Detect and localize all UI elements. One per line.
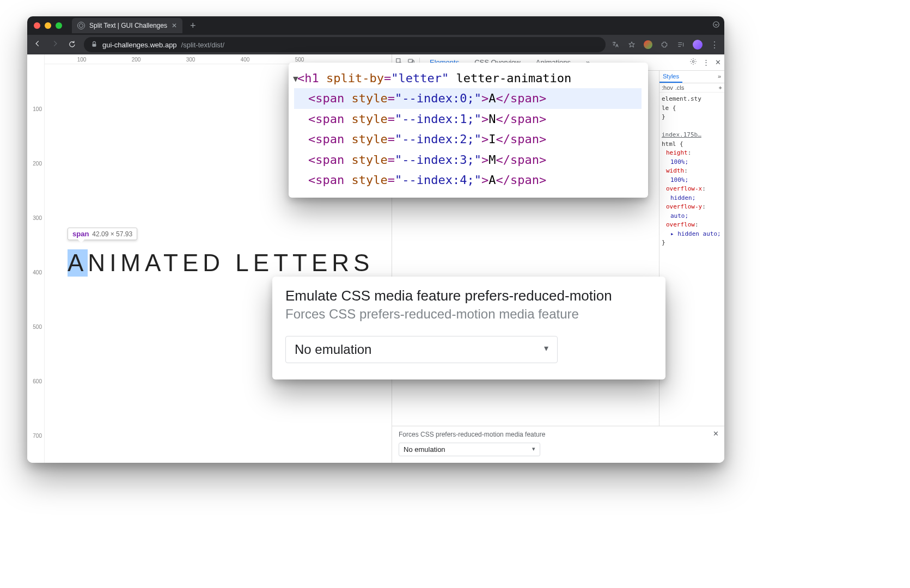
element-tooltip: span 42.09 × 57.93 — [68, 228, 137, 240]
dom-row[interactable]: <span style="--index:0;">A</span> — [294, 88, 642, 108]
styles-tab[interactable]: Styles — [659, 71, 682, 83]
dom-row[interactable]: ▼<h1 split-by="letter" letter-animation — [294, 68, 642, 88]
css-declaration[interactable]: overflow:▸ hidden auto; — [662, 220, 722, 238]
ruler-mark: 200 — [132, 57, 141, 63]
devtools-menu-icon[interactable]: ⋮ — [703, 58, 710, 66]
overlay-select[interactable]: No emulation — [285, 336, 558, 363]
reading-list-icon[interactable] — [676, 40, 685, 49]
url-path: /split-text/dist/ — [181, 41, 224, 49]
ruler-mark: 500 — [295, 57, 304, 63]
new-rule-button[interactable]: + — [719, 84, 722, 91]
toolbar-right: ⋮ — [611, 40, 720, 50]
tooltip-dimensions: 42.09 × 57.93 — [92, 230, 132, 238]
lock-icon — [90, 40, 98, 50]
ruler-mark: 500 — [33, 324, 42, 330]
new-tab-button[interactable]: + — [187, 20, 199, 32]
dom-row[interactable]: <span style="--index:3;">M</span> — [294, 150, 642, 170]
stylesheet-link[interactable]: index.175b… — [662, 131, 701, 138]
ruler-mark: 700 — [33, 433, 42, 439]
tab-bar: Split Text | GUI Challenges ✕ + — [27, 16, 724, 35]
ruler-mark: 600 — [33, 378, 42, 384]
dom-zoom-overlay: ▼<h1 split-by="letter" letter-animation<… — [289, 63, 648, 198]
chevron-down-icon[interactable] — [712, 21, 720, 30]
ruler-mark: 400 — [241, 57, 250, 63]
css-declaration[interactable]: width:100%; — [662, 167, 722, 185]
rendering-drawer: ✕ Forces CSS prefers-reduced-motion medi… — [392, 426, 724, 463]
back-button[interactable] — [32, 40, 44, 50]
ruler-mark: 100 — [33, 106, 42, 112]
menu-button[interactable]: ⋮ — [710, 40, 720, 50]
omnibox[interactable]: gui-challenges.web.app/split-text/dist/ — [84, 37, 606, 52]
dom-row[interactable]: <span style="--index:2;">I</span> — [294, 129, 642, 149]
svg-rect-1 — [93, 44, 96, 46]
ruler-mark: 100 — [77, 57, 87, 63]
overlay-subtitle: Forces CSS prefers-reduced-motion media … — [285, 307, 652, 322]
maximize-window-button[interactable] — [56, 22, 62, 29]
heading-rest: NIMATED LETTERS — [88, 249, 374, 276]
selector: html { — [662, 140, 683, 148]
styles-body[interactable]: element.sty le { } index.175b… html { he… — [659, 93, 724, 250]
prefers-reduced-motion-select[interactable]: No emulation — [399, 443, 540, 456]
hov-toggle[interactable]: :hov — [662, 84, 673, 91]
reload-button[interactable] — [66, 40, 78, 50]
drawer-subtitle: Forces CSS prefers-reduced-motion media … — [399, 431, 718, 438]
ruler-mark: 400 — [33, 270, 42, 275]
extensions-icon[interactable] — [660, 40, 669, 49]
cls-toggle[interactable]: .cls — [675, 84, 685, 91]
close-drawer-button[interactable]: ✕ — [713, 430, 719, 438]
tab-title: Split Text | GUI Challenges — [89, 22, 167, 29]
css-declaration[interactable]: overflow-y:auto; — [662, 203, 722, 220]
browser-tab[interactable]: Split Text | GUI Challenges ✕ — [72, 18, 182, 33]
minimize-window-button[interactable] — [45, 22, 51, 29]
styles-overflow[interactable]: » — [714, 71, 724, 83]
translate-icon[interactable] — [611, 40, 620, 49]
dom-row[interactable]: <span style="--index:4;">A</span> — [294, 170, 642, 190]
inline-style-brace: le { — [662, 105, 676, 112]
dom-row[interactable]: <span style="--index:1;">N</span> — [294, 109, 642, 129]
close-tab-button[interactable]: ✕ — [172, 22, 177, 29]
svg-point-5 — [692, 60, 694, 63]
settings-icon[interactable] — [689, 58, 697, 67]
address-bar: gui-challenges.web.app/split-text/dist/ … — [27, 35, 724, 54]
page-heading: ANIMATED LETTERS — [68, 249, 374, 277]
profile-avatar[interactable] — [693, 40, 703, 50]
bookmark-icon[interactable] — [627, 40, 636, 49]
prefers-zoom-overlay: Emulate CSS media feature prefers-reduce… — [272, 277, 665, 379]
tooltip-tag: span — [72, 230, 89, 238]
ruler-mark: 200 — [33, 161, 42, 167]
css-declaration[interactable]: overflow-x:hidden; — [662, 185, 722, 203]
forward-button[interactable] — [49, 40, 61, 50]
css-declaration[interactable]: height:100%; — [662, 149, 722, 167]
close-window-button[interactable] — [34, 22, 40, 29]
ruler-mark: 300 — [186, 57, 196, 63]
heading-letter-highlighted: A — [68, 249, 88, 277]
ruler-vertical: 100 200 300 400 500 600 700 800 — [27, 54, 45, 463]
svg-point-0 — [713, 22, 719, 28]
styles-pane: Styles » :hov .cls + element.sty le { } … — [659, 71, 724, 426]
ruler-mark: 300 — [33, 215, 42, 221]
url-host: gui-challenges.web.app — [102, 41, 177, 49]
inline-style-label: element.sty — [662, 95, 701, 102]
favicon-icon — [77, 22, 85, 29]
overlay-title: Emulate CSS media feature prefers-reduce… — [285, 287, 652, 304]
close-devtools-button[interactable]: ✕ — [715, 58, 721, 66]
window-controls — [32, 22, 62, 29]
extension-icon[interactable] — [644, 40, 652, 49]
